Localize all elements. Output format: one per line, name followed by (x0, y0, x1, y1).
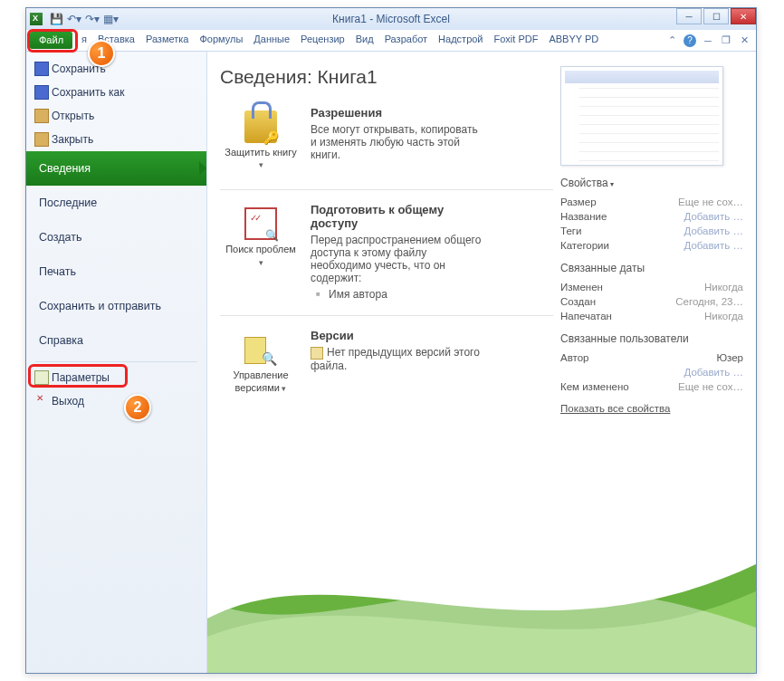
annotation-step-1: 1 (88, 40, 115, 67)
permissions-text: Разрешения Все могут открывать, копирова… (301, 106, 483, 175)
prop-title[interactable]: НазваниеДобавить … (560, 209, 743, 224)
sidebar-save[interactable]: Сохранить (26, 57, 206, 81)
minimize-button[interactable]: ─ (676, 8, 702, 24)
permissions-heading: Разрешения (311, 106, 483, 120)
tab-file[interactable]: Файл (30, 32, 72, 49)
divider (220, 189, 553, 190)
sidebar-help[interactable]: Справка (26, 323, 206, 358)
decorative-swoosh (207, 492, 756, 673)
redo-icon[interactable]: ↷▾ (85, 13, 100, 25)
help-icon[interactable]: ? (684, 34, 696, 47)
sidebar-divider (35, 361, 197, 362)
check-issues-button[interactable]: Поиск проблем (220, 203, 301, 301)
mdi-restore-icon[interactable]: ❐ (720, 34, 732, 47)
versions-description: Нет предыдущих версий этого файла. (311, 346, 483, 372)
tab-formulas[interactable]: Формулы (194, 30, 248, 51)
save-icon[interactable]: 💾 (50, 13, 63, 25)
excel-logo-icon (30, 13, 43, 25)
checklist-icon (244, 207, 277, 240)
sidebar-recent[interactable]: Последние (26, 186, 206, 220)
related-dates-heading: Связанные даты (560, 262, 743, 274)
sidebar-new[interactable]: Создать (26, 220, 206, 254)
prop-size: РазмерЕще не сох… (560, 195, 743, 209)
manage-versions-button[interactable]: Управление версиями (220, 329, 301, 398)
ribbon-tabs: Файл я Вставка Разметка Формулы Данные Р… (26, 30, 756, 52)
tab-abbyy[interactable]: ABBYY PD (543, 30, 604, 51)
protect-workbook-button[interactable]: Защитить книгу (220, 106, 301, 175)
inspect-text: Подготовить к общему доступу Перед распр… (301, 203, 483, 301)
tab-layout[interactable]: Разметка (140, 30, 195, 51)
versions-text: Версии Нет предыдущих версий этого файла… (301, 329, 483, 398)
mdi-minimize-icon[interactable]: ─ (702, 34, 714, 47)
page-title: Сведения: Книга1 (220, 66, 553, 88)
window-title: Книга1 - Microsoft Excel (332, 13, 450, 25)
tab-developer[interactable]: Разработ (379, 30, 433, 51)
section-versions: Управление версиями Версии Нет предыдущи… (220, 329, 553, 398)
ribbon-minimize-icon[interactable]: ⌃ (665, 34, 678, 47)
maximize-button[interactable]: ☐ (703, 8, 729, 24)
versions-icon (244, 333, 277, 366)
properties-heading[interactable]: Свойства (560, 177, 743, 189)
backstage-content: Сведения: Книга1 Защитить книгу Разрешен… (207, 52, 756, 673)
prop-categories[interactable]: КатегорииДобавить … (560, 238, 743, 253)
lock-icon (244, 110, 277, 143)
sidebar-save-as[interactable]: Сохранить как (26, 81, 206, 104)
tab-data[interactable]: Данные (248, 30, 295, 51)
prop-created: СозданСегодня, 23… (560, 294, 743, 309)
tab-view[interactable]: Вид (350, 30, 379, 51)
prop-printed: НапечатанНикогда (560, 309, 743, 323)
related-people-heading: Связанные пользователи (560, 332, 743, 345)
mdi-close-icon[interactable]: ✕ (738, 34, 751, 47)
prop-modified: ИзмененНикогда (560, 280, 743, 294)
inspect-bullet-author: Имя автора (311, 288, 483, 301)
ribbon-right-controls: ⌃ ? ─ ❐ ✕ (665, 30, 756, 51)
protect-workbook-label: Защитить книгу (225, 147, 297, 170)
properties-panel: Свойства РазмерЕще не сох… НазваниеДобав… (553, 66, 743, 414)
sidebar-info[interactable]: Сведения (26, 151, 206, 186)
manage-versions-label: Управление версиями (225, 369, 297, 393)
permissions-description: Все могут открывать, копировать и изменя… (311, 123, 483, 161)
backstage-view: Сохранить Сохранить как Открыть Закрыть … (26, 52, 756, 673)
inspect-description: Перед распространением общего доступа к … (311, 234, 483, 284)
versions-heading: Версии (311, 329, 483, 342)
prop-author: АвторЮзер (560, 350, 743, 365)
check-issues-label: Поиск проблем (225, 244, 297, 267)
close-button[interactable]: ✕ (731, 8, 756, 24)
inspect-heading: Подготовить к общему доступу (311, 203, 483, 230)
sidebar-exit[interactable]: Выход (26, 389, 206, 413)
tab-foxit[interactable]: Foxit PDF (489, 30, 544, 51)
tab-review[interactable]: Рецензир (295, 30, 350, 51)
prop-author-add[interactable]: Добавить … (560, 365, 743, 379)
document-thumbnail[interactable] (560, 66, 723, 166)
prop-last-modified-by: Кем измененоЕще не сох… (560, 379, 743, 394)
sidebar-open[interactable]: Открыть (26, 104, 206, 128)
sidebar-close[interactable]: Закрыть (26, 128, 206, 151)
quick-access-toolbar: 💾 ↶▾ ↷▾ ▦▾ Книга1 - Microsoft Excel ─ ☐ … (26, 8, 756, 30)
undo-icon[interactable]: ↶▾ (67, 13, 81, 25)
annotation-step-2: 2 (124, 394, 151, 421)
tab-addins[interactable]: Надстрой (433, 30, 488, 51)
sidebar-share[interactable]: Сохранить и отправить (26, 289, 206, 323)
window-controls: ─ ☐ ✕ (674, 8, 756, 24)
sidebar-print[interactable]: Печать (26, 254, 206, 289)
section-permissions: Защитить книгу Разрешения Все могут откр… (220, 106, 553, 175)
show-all-properties-link[interactable]: Показать все свойства (560, 403, 670, 414)
version-file-icon (311, 347, 323, 360)
app-window: 💾 ↶▾ ↷▾ ▦▾ Книга1 - Microsoft Excel ─ ☐ … (25, 7, 757, 674)
backstage-sidebar: Сохранить Сохранить как Открыть Закрыть … (26, 52, 207, 673)
qat-more-icon[interactable]: ▦▾ (103, 13, 119, 25)
sidebar-options[interactable]: Параметры (26, 366, 206, 389)
section-inspect: Поиск проблем Подготовить к общему досту… (220, 203, 553, 301)
divider (220, 315, 553, 316)
prop-tags[interactable]: ТегиДобавить … (560, 224, 743, 238)
